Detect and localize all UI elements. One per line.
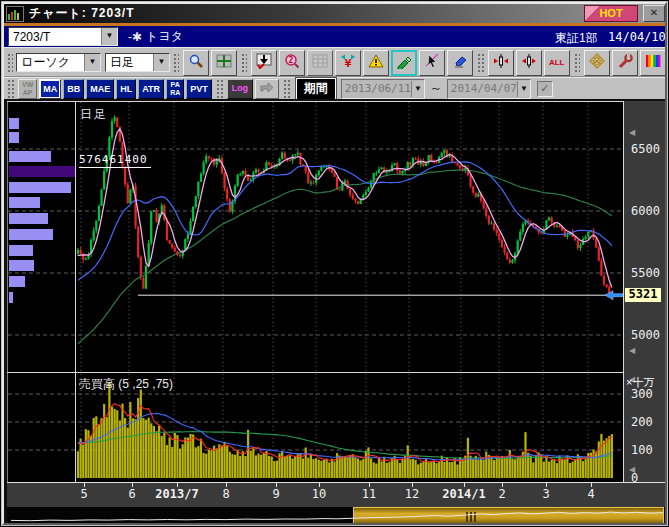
all-range-icon: ALL — [549, 58, 565, 67]
mesh-icon — [589, 53, 605, 73]
crosshair-grid-button[interactable] — [211, 50, 237, 76]
chart-app-icon — [6, 6, 24, 22]
draw-marker-button[interactable] — [391, 50, 417, 76]
chart-type-combobox[interactable]: ローソク ▼ — [16, 53, 101, 72]
marker-pen-icon — [396, 53, 412, 73]
toolbar-grip[interactable] — [7, 53, 13, 73]
chevron-down-icon[interactable]: ▼ — [517, 81, 530, 97]
download-chart-icon — [256, 53, 272, 73]
range-navigator[interactable] — [7, 507, 667, 525]
save-chart-button[interactable] — [251, 50, 277, 76]
info-bar: 7203/T ▼ -✱ トヨタ 東証1部 14/04/10 — [4, 26, 667, 47]
toolbar-grip[interactable] — [477, 53, 483, 73]
cursor-arrow-icon — [424, 53, 440, 73]
toolbar-indicators: VWAPMABBMAEHLATRPARAPVT Log 期間 2013/06/1… — [4, 76, 667, 100]
volume-unit-label: ×十万 — [626, 375, 654, 390]
toolbar-grip[interactable] — [7, 79, 14, 99]
stock-name: トヨタ — [146, 28, 183, 45]
indicator-button-vwap[interactable]: VWAP — [18, 79, 37, 99]
magnifier-icon — [188, 53, 204, 73]
window-title: チャート: 7203/T — [29, 5, 135, 22]
eraser-button[interactable] — [447, 50, 473, 76]
log-scale-button[interactable]: Log — [227, 79, 253, 99]
volume-pane-label: 売買高 (5 ,25 ,75) — [79, 376, 173, 393]
indicator-button-bb[interactable]: BB — [63, 79, 84, 99]
toolbar-main: ローソク ▼ 日足 ▼ 2 ¥ ALL — [4, 47, 667, 77]
navigator-window[interactable] — [353, 507, 664, 525]
color-style-button[interactable] — [640, 50, 666, 76]
date-to-field[interactable]: 2014/04/07 ▼ — [447, 79, 531, 99]
market-label: 東証1部 — [555, 30, 598, 47]
grid-icon — [312, 53, 328, 73]
settings-button[interactable] — [612, 50, 638, 76]
widen-candles-button[interactable] — [488, 50, 514, 76]
pane-title: 日足 — [80, 106, 108, 123]
period-checkbox[interactable]: ✓ — [537, 81, 553, 97]
indicator-button-para[interactable]: PARA — [166, 79, 184, 99]
chart-type-value: ローソク — [17, 54, 84, 71]
range-tilde: ～ — [430, 80, 442, 97]
chevron-down-icon[interactable]: ▼ — [411, 81, 424, 97]
warning-icon — [368, 53, 384, 73]
timeframe-combobox[interactable]: 日足 ▼ — [105, 53, 170, 72]
hot-button[interactable]: HOT — [584, 5, 638, 22]
bent-arrow-icon — [259, 80, 275, 98]
rainbow-icon — [645, 53, 661, 73]
period-button[interactable]: 期間 — [296, 78, 336, 100]
current-price-tag: 5321 — [624, 287, 662, 303]
redo-disabled-button[interactable] — [255, 79, 279, 99]
pattern-mesh-button[interactable] — [584, 50, 610, 76]
profile-volume-label: 576461400 — [79, 153, 151, 168]
symbol-combobox[interactable]: 7203/T ▼ — [8, 27, 118, 46]
indicator-button-ma[interactable]: MA — [39, 79, 61, 99]
toolbar-grip[interactable] — [283, 79, 290, 99]
narrow-candles-button[interactable] — [516, 50, 542, 76]
chart-window: チャート: 7203/T HOT ✕ 7203/T ▼ -✱ トヨタ 東証1部 … — [0, 0, 669, 527]
indicator-button-atr[interactable]: ATR — [138, 79, 164, 99]
chevron-down-icon[interactable]: ▼ — [101, 28, 117, 45]
wrench-icon — [617, 53, 633, 73]
timeframe-value: 日足 — [106, 54, 153, 71]
candle-compress-icon — [521, 53, 537, 73]
chart-region: 65006000550050003002001000562013/7891011… — [4, 99, 667, 525]
toolbar-grip[interactable] — [173, 53, 179, 73]
indicator-button-pvt[interactable]: PVT — [186, 79, 212, 99]
date-from-field[interactable]: 2013/06/11 ▼ — [341, 79, 425, 99]
alert-button[interactable] — [363, 50, 389, 76]
indicator-button-mae[interactable]: MAE — [86, 79, 114, 99]
compare-search-button[interactable]: 2 — [279, 50, 305, 76]
chevron-down-icon[interactable]: ▼ — [153, 54, 169, 71]
zoom-search-button[interactable] — [183, 50, 209, 76]
indicator-button-hl[interactable]: HL — [116, 79, 136, 99]
title-bar: チャート: 7203/T HOT ✕ — [4, 4, 667, 23]
toolbar-grip[interactable] — [574, 53, 580, 73]
close-icon[interactable]: ✕ — [643, 5, 665, 22]
time-axis-strip — [7, 482, 667, 507]
navigator-grip-icon[interactable] — [466, 512, 476, 522]
quote-date: 14/04/10 — [608, 30, 666, 44]
svg-text:2: 2 — [289, 56, 294, 65]
svg-text:¥: ¥ — [345, 57, 352, 69]
yen-scale-button[interactable]: ¥ — [335, 50, 361, 76]
date-to-value: 2014/04/07 — [448, 82, 517, 95]
candle-expand-icon — [493, 53, 509, 73]
stock-marker-icon: -✱ — [128, 30, 142, 44]
toolbar-grip[interactable] — [216, 79, 223, 99]
grid-disabled-button[interactable] — [307, 50, 333, 76]
eraser-icon — [452, 53, 468, 73]
select-cursor-button[interactable] — [419, 50, 445, 76]
yen-width-icon: ¥ — [340, 53, 356, 73]
crosshair-grid-icon — [216, 53, 232, 73]
symbol-value: 7203/T — [9, 30, 101, 44]
show-all-button[interactable]: ALL — [544, 50, 570, 76]
toolbar-grip[interactable] — [241, 53, 247, 73]
search-2-icon: 2 — [284, 53, 300, 73]
chevron-down-icon[interactable]: ▼ — [84, 54, 100, 71]
date-from-value: 2013/06/11 — [342, 82, 411, 95]
